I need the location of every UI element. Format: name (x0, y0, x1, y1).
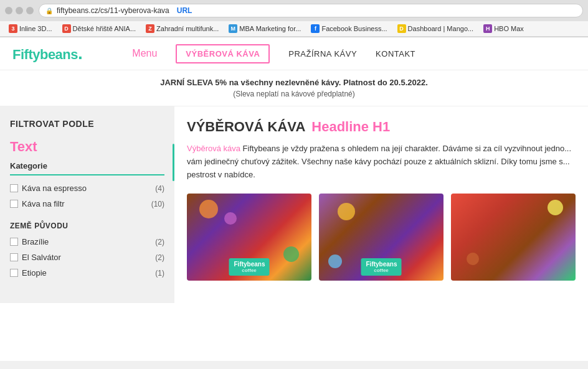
announcement-bar: JARNÍ SLEVA 5% na všechny nezlevněné káv… (0, 70, 588, 106)
filter-label-espresso: Káva na espresso (22, 184, 87, 193)
product-brand-overlay-1: Fiftybeans coffee (229, 258, 270, 276)
nav-item-prazirna[interactable]: PRAŽÍRNA KÁVY (288, 49, 357, 58)
product-image-3 (451, 194, 576, 281)
bookmark-zahradni[interactable]: Z Zahradní multifunk... (142, 23, 222, 34)
announcement-sub: (Sleva neplatí na kávové předplatné) (7, 90, 581, 98)
bookmark-favicon-2: D (62, 24, 71, 33)
bookmark-label-4: MBA Marketing for... (239, 25, 301, 32)
url-text: fiftybeans.cz/cs/11-vyberova-kava (57, 6, 169, 15)
bookmark-detske[interactable]: D Dětské hřiště ANIA... (59, 23, 140, 34)
filter-count-etiopie: (1) (155, 269, 164, 278)
website: Fiftybeans. Menu VÝBĚROVÁ KÁVA PRAŽÍRNA … (0, 37, 588, 361)
product-brand-overlay-2: Fiftybeans coffee (361, 258, 402, 276)
lock-icon: 🔒 (45, 7, 53, 14)
product-card-1[interactable]: Fiftybeans coffee (187, 194, 311, 281)
checkbox-brazilie[interactable] (10, 238, 18, 246)
filter-item-etiopie: Etiopie (1) (10, 265, 164, 281)
product-grid: Fiftybeans coffee Fiftybeans coffee (187, 194, 576, 281)
sidebar: FILTROVAT PODLE Text Kategorie Káva na e… (0, 106, 174, 303)
filter-label-filtr: Káva na filtr (22, 199, 65, 208)
sidebar-origin-title: ZEMĚ PŮVODU (10, 222, 164, 230)
bookmark-label-5: Facebook Business... (321, 25, 387, 32)
bookmark-label-2: Dětské hřiště ANIA... (73, 25, 136, 32)
bookmark-label-6: Dashboard | Mango... (408, 25, 474, 32)
sidebar-filter-title: FILTROVAT PODLE (10, 119, 164, 129)
logo[interactable]: Fiftybeans. (12, 44, 82, 63)
product-card-3[interactable] (451, 194, 576, 281)
bookmark-mba[interactable]: M MBA Marketing for... (225, 23, 305, 34)
bookmarks-bar: 3 Inline 3D... D Dětské hřiště ANIA... Z… (0, 21, 588, 37)
bookmark-favicon-6: D (397, 24, 406, 33)
description-highlight: Výběrová káva (187, 144, 240, 153)
checkbox-salvador[interactable] (10, 253, 18, 261)
sidebar-scrollbar[interactable] (173, 144, 174, 181)
sidebar-categories-section: Kategorie Káva na espresso (4) Káva na f… (10, 161, 164, 212)
brand-sub-1: coffee (234, 268, 265, 273)
bookmark-label-1: Inline 3D... (19, 25, 52, 32)
nav-items: Menu VÝBĚROVÁ KÁVA PRAŽÍRNA KÁVY KONTAKT (132, 44, 415, 63)
checkbox-filtr[interactable] (10, 200, 18, 208)
description-text: Fiftybeans je vždy pražena s ohledem na … (187, 144, 571, 179)
browser-controls (5, 7, 34, 14)
filter-item-salvador: El Salvátor (2) (10, 250, 164, 265)
filter-label-salvador: El Salvátor (22, 253, 61, 262)
browser-chrome: 🔒 fiftybeans.cz/cs/11-vyberova-kava URL … (0, 0, 588, 37)
logo-text: Fiftybeans (12, 47, 78, 62)
bookmark-favicon-7: H (483, 24, 492, 33)
checkbox-espresso[interactable] (10, 184, 18, 192)
logo-dot: . (78, 44, 82, 63)
filter-item-brazilie: Brazílie (2) (10, 234, 164, 250)
url-bar[interactable]: 🔒 fiftybeans.cz/cs/11-vyberova-kava URL (39, 4, 583, 17)
filter-label-brazilie: Brazílie (22, 237, 49, 246)
nav-menu-label[interactable]: Menu (132, 48, 157, 59)
bookmark-facebook[interactable]: f Facebook Business... (307, 23, 391, 34)
top-nav: Fiftybeans. Menu VÝBĚROVÁ KÁVA PRAŽÍRNA … (0, 37, 588, 70)
deco-circle-1 (199, 200, 218, 218)
filter-count-brazilie: (2) (155, 238, 164, 246)
checkbox-etiopie[interactable] (10, 269, 18, 277)
sidebar-origin-section: ZEMĚ PŮVODU Brazílie (2) El Salvátor (2) (10, 222, 164, 281)
deco-circle-5 (328, 255, 342, 268)
bookmark-favicon-4: M (229, 24, 237, 33)
content-area: VÝBĚROVÁ KÁVA Headline H1 Výběrová káva … (174, 106, 588, 303)
deco-circle-2 (224, 212, 237, 225)
product-card-2[interactable]: Fiftybeans coffee (319, 194, 443, 281)
brand-name-1: Fiftybeans (234, 261, 265, 268)
browser-max-btn[interactable] (26, 7, 34, 14)
browser-titlebar: 🔒 fiftybeans.cz/cs/11-vyberova-kava URL (0, 0, 588, 21)
browser-min-btn[interactable] (16, 7, 23, 14)
brand-name-2: Fiftybeans (366, 261, 397, 268)
deco-circle-7 (467, 253, 479, 265)
content-title-black: VÝBĚROVÁ KÁVA (187, 119, 305, 135)
bookmark-hbo[interactable]: H HBO Max (480, 23, 528, 34)
browser-close-btn[interactable] (5, 7, 12, 14)
filter-item-espresso: Káva na espresso (4) (10, 180, 164, 196)
brand-sub-2: coffee (366, 268, 397, 273)
bookmark-favicon-5: f (311, 24, 320, 33)
filter-count-salvador: (2) (155, 253, 164, 262)
bookmark-inline3d[interactable]: 3 Inline 3D... (5, 23, 56, 34)
deco-circle-4 (338, 203, 355, 220)
bookmark-favicon-3: Z (146, 24, 154, 33)
content-description: Výběrová káva Fiftybeans je vždy pražena… (187, 142, 576, 181)
deco-circle-3 (283, 246, 299, 262)
sidebar-categories-title: Kategorie (10, 161, 164, 175)
bookmark-favicon-1: 3 (9, 24, 17, 33)
bookmark-label-7: HBO Max (494, 25, 524, 32)
filter-item-filtr: Káva na filtr (10) (10, 196, 164, 212)
deco-circle-6 (548, 200, 563, 215)
url-label: URL (177, 6, 192, 15)
content-header: VÝBĚROVÁ KÁVA Headline H1 (187, 119, 576, 135)
nav-item-vyberova[interactable]: VÝBĚROVÁ KÁVA (176, 44, 270, 63)
product-image-2: Fiftybeans coffee (319, 194, 443, 281)
nav-item-kontakt[interactable]: KONTAKT (376, 49, 415, 58)
filter-count-filtr: (10) (151, 200, 164, 208)
bookmark-label-3: Zahradní multifunk... (156, 25, 219, 32)
sidebar-text-label: Text (10, 139, 164, 155)
filter-count-espresso: (4) (155, 184, 164, 193)
bookmark-dashboard[interactable]: D Dashboard | Mango... (394, 23, 478, 34)
announcement-main: JARNÍ SLEVA 5% na všechny nezlevněné káv… (7, 78, 581, 87)
content-title-pink: Headline H1 (311, 119, 390, 135)
filter-label-etiopie: Etiopie (22, 268, 47, 278)
product-image-1: Fiftybeans coffee (187, 194, 311, 281)
